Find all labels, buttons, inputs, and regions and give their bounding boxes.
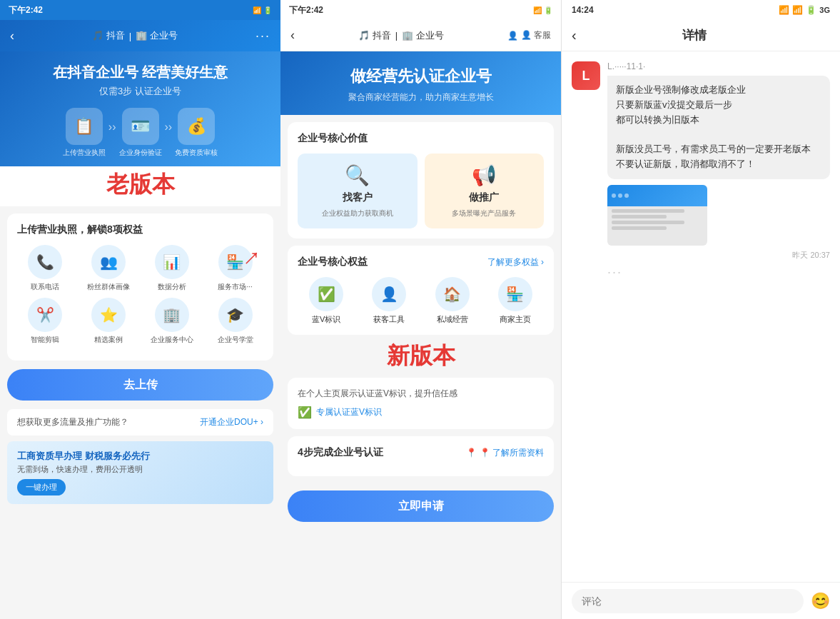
homepage-label: 商家主页 [500, 314, 531, 325]
icons-grid-row1: 📞 联系电话 👥 粉丝群体画像 📊 数据分析 🏪 服务市场··· [17, 245, 263, 292]
more-button-1[interactable]: ··· [255, 29, 270, 44]
battery-icon-3: 🔋 [806, 5, 816, 15]
phone-label: 联系电话 [31, 282, 59, 292]
hero-banner-2: 做经营先认证企业号 聚合商家经营能力，助力商家生意增长 [280, 51, 561, 115]
promo-bar: 想获取更多流量及推广功能？ 开通企业DOU+ › [7, 409, 273, 436]
promotion-icon: 📢 [472, 163, 497, 187]
ad-subtitle: 无需到场，快速办理，费用公开透明 [17, 464, 263, 475]
icon-cases: ⭐ 精选案例 [81, 298, 137, 345]
core-benefits-card: 企业号核心权益 了解更多权益 › ✅ 蓝V标识 👤 获客工具 🏠 私域经营 🏪 [288, 246, 554, 335]
value-find-customers: 🔍 找客户 企业权益助力获取商机 [298, 154, 418, 228]
emoji-button[interactable]: 😊 [811, 592, 830, 610]
status-bar-3: 14:24 📶 📶 🔋 3G [562, 0, 840, 20]
status-bar-2: 下午2:42 📶 🔋 [280, 0, 561, 20]
message-bubble: 新版企业号强制修改成老版企业 只要新版蓝v没提交最后一步 都可以转换为旧版本 新… [607, 76, 830, 179]
analytics-icon: 📊 [155, 245, 189, 279]
edit-icon: ✂️ [28, 298, 62, 332]
more-link[interactable]: 了解更多权益 › [487, 256, 544, 268]
blue-v-badge: ✅ 专属认证蓝V标识 [298, 406, 544, 419]
customers-tool-icon: 👤 [372, 277, 406, 311]
status-time-1: 下午2:42 [9, 4, 43, 16]
network-label-3: 3G [819, 6, 830, 14]
step-label-2: 企业身份验证 [119, 148, 162, 158]
benefit-customers: 👤 获客工具 [360, 277, 418, 325]
ad-button[interactable]: 一键办理 [17, 479, 66, 495]
value-find-desc: 企业权益助力获取商机 [322, 208, 393, 218]
panel-detail: 14:24 📶 📶 🔋 3G ‹ 详情 L L.·····11·1· 新版企业号… [561, 0, 840, 619]
ad-title: 工商资质早办理 财税服务必先行 [17, 450, 263, 463]
customers-label: 获客工具 [373, 314, 405, 325]
comment-bar: 😊 [562, 582, 840, 619]
back-button-2[interactable]: ‹ [290, 28, 295, 43]
customer-service-button[interactable]: 👤 👤 客服 [507, 29, 551, 41]
hero-title-1: 在抖音企业号 经营美好生意 [11, 63, 269, 82]
user-message-row: L L.·····11·1· 新版企业号强制修改成老版企业 只要新版蓝v没提交最… [572, 61, 830, 280]
edit-label: 智能剪辑 [31, 335, 59, 345]
step-arrow-2: ›› [165, 121, 173, 134]
status-bar-1: 下午2:42 📶 🔋 [0, 0, 280, 20]
message-line-2: 只要新版蓝v没提交最后一步 [616, 98, 821, 113]
user-avatar: L [572, 61, 600, 90]
step-label-3: 免费资质审核 [175, 148, 218, 158]
steps-header: 4步完成企业号认证 📍 📍 了解所需资料 [298, 446, 544, 459]
message-block: L.·····11·1· 新版企业号强制修改成老版企业 只要新版蓝v没提交最后一… [607, 61, 830, 280]
value-grid: 🔍 找客户 企业权益助力获取商机 📢 做推广 多场景曝光产品服务 [298, 154, 544, 228]
back-button-3[interactable]: ‹ [572, 27, 577, 44]
step-arrow-1: ›› [108, 121, 116, 134]
hero-banner-1: 在抖音企业号 经营美好生意 仅需3步 认证企业号 📋 上传营业执照 ›› 🪪 企… [0, 51, 280, 166]
service-center-label: 企业服务中心 [151, 335, 193, 345]
steps-row-1: 📋 上传营业执照 ›› 🪪 企业身份验证 ›› 💰 免费资质审核 [11, 108, 269, 158]
icon-analytics: 📊 数据分析 [144, 245, 201, 292]
steps-title: 4步完成企业号认证 [298, 446, 383, 459]
benefit-homepage: 🏪 商家主页 [487, 277, 544, 325]
status-time-3: 14:24 [572, 5, 594, 15]
screenshot-body [607, 206, 707, 246]
battery-icon: 🔋 [263, 6, 272, 14]
hero-subtitle-1: 仅需3步 认证企业号 [11, 85, 269, 98]
back-button-1[interactable]: ‹ [10, 29, 14, 44]
apply-button[interactable]: 立即申请 [288, 490, 554, 522]
check-icon: ✅ [298, 406, 312, 419]
phone-icon: 📞 [28, 245, 62, 279]
card-title-1: 上传营业执照，解锁8项权益 [17, 223, 263, 236]
bluev-icon: ✅ [309, 277, 343, 311]
step-icon-1: 📋 [66, 108, 103, 145]
biz-logo-1: 🏢 企业号 [136, 29, 178, 42]
screenshot-preview [607, 185, 707, 246]
upload-button[interactable]: 去上传 [7, 369, 273, 401]
steps-info-text: 📍 了解所需资料 [480, 447, 544, 459]
audience-label: 粉丝群体画像 [87, 282, 130, 292]
nav-bar-1: ‹ 🎵 抖音 | 🏢 企业号 ··· [0, 20, 280, 51]
benefit-bluev: ✅ 蓝V标识 [298, 277, 355, 325]
hero-title-2: 做经营先认证企业号 [292, 66, 550, 87]
screenshot-header [607, 185, 707, 206]
steps-info[interactable]: 📍 📍 了解所需资料 [466, 447, 544, 459]
wifi-icon-3: 📶 [792, 5, 803, 15]
analytics-label: 数据分析 [158, 282, 186, 292]
status-icons-1: 📶 🔋 [253, 6, 272, 14]
icon-service-center: 🏢 企业服务中心 [144, 298, 201, 345]
username: L.·····11·1· [607, 61, 830, 71]
blue-v-badge-text: 专属认证蓝V标识 [316, 406, 382, 418]
status-icons-2: 📶 🔋 [533, 6, 552, 14]
value-promo-desc: 多场景曝光产品服务 [452, 208, 516, 218]
hero-subtitle-2: 聚合商家经营能力，助力商家生意增长 [292, 91, 550, 104]
comment-input[interactable] [572, 589, 804, 613]
benefits-grid: ✅ 蓝V标识 👤 获客工具 🏠 私域经营 🏪 商家主页 [298, 277, 544, 325]
step-icon-2: 🪪 [122, 108, 159, 145]
page-title-3: 详情 [584, 27, 806, 44]
tiktok-logo-1: 🎵 抖音 [92, 29, 125, 42]
old-version-label: 老版本 [0, 166, 280, 206]
audience-icon: 👥 [91, 245, 126, 279]
status-time-2: 下午2:42 [289, 4, 323, 16]
promo-link[interactable]: 开通企业DOU+ › [200, 416, 263, 428]
new-version-label: 新版本 [280, 335, 561, 378]
status-icons-3: 📶 📶 🔋 3G [779, 5, 830, 15]
icon-academy: 🎓 企业号学堂 [207, 298, 263, 345]
academy-label: 企业号学堂 [218, 335, 253, 345]
nav-bar-3: ‹ 详情 [562, 20, 840, 51]
message-timestamp: 昨天 20:37 [607, 250, 830, 261]
promo-text: 想获取更多流量及推广功能？ [17, 416, 128, 428]
more-options[interactable]: ··· [607, 265, 830, 280]
panel-new-version: 下午2:42 📶 🔋 ‹ 🎵 抖音 | 🏢 企业号 👤 👤 客服 做经营先认证企… [280, 0, 561, 619]
